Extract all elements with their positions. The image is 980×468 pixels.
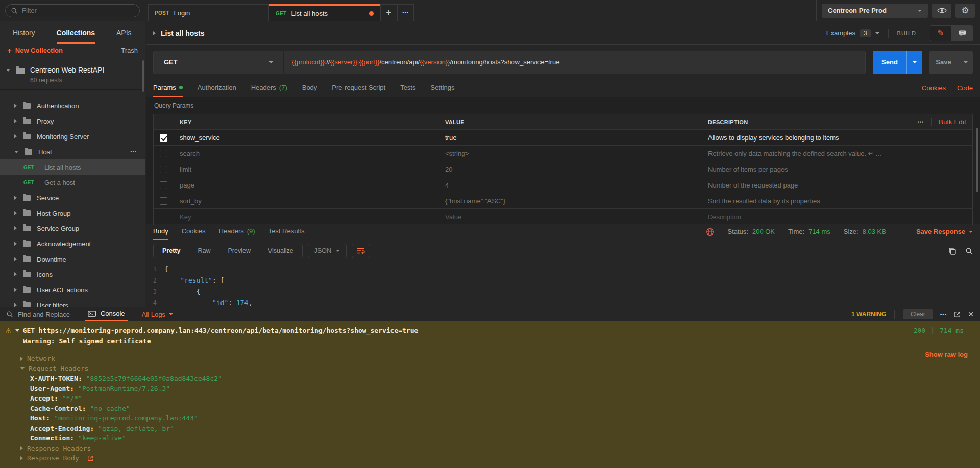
response-tab-body[interactable]: Body	[153, 224, 168, 240]
environment-settings-button[interactable]: ⚙	[955, 4, 975, 18]
param-description-placeholder[interactable]: Description	[702, 209, 972, 225]
save-options-button[interactable]	[958, 51, 973, 74]
sidebar-tab-collections[interactable]: Collections	[57, 21, 95, 44]
tab-body[interactable]: Body	[302, 79, 317, 97]
code-link[interactable]: Code	[957, 84, 973, 92]
folder-acknowledgement[interactable]: Acknowledgement	[0, 236, 145, 251]
response-body-viewer[interactable]: 1 { 2 "result": [ 3 { 4 "id": 174,	[146, 262, 980, 309]
folder-proxy[interactable]: Proxy	[0, 113, 145, 129]
param-description[interactable]: Allows to display services belonging to …	[702, 130, 972, 145]
param-description[interactable]: Number of the requested page	[702, 177, 972, 193]
folder-service[interactable]: Service	[0, 190, 145, 205]
clear-console-button[interactable]: Clear	[903, 309, 933, 319]
param-description[interactable]: Retrieve only data matching the defined …	[702, 146, 972, 161]
tab-options-button[interactable]: •••	[397, 4, 414, 21]
ssl-warning-icon[interactable]	[706, 228, 714, 236]
sidebar-tab-history[interactable]: History	[13, 21, 35, 44]
environment-preview-button[interactable]	[932, 4, 951, 18]
comments-button[interactable]	[951, 25, 973, 41]
param-key-placeholder[interactable]: Key	[174, 209, 439, 225]
response-tab-headers[interactable]: Headers (9)	[219, 224, 255, 240]
folder-host-group[interactable]: Host Group	[0, 205, 145, 221]
log-response-body-section[interactable]: Response Body	[5, 453, 980, 463]
show-raw-log-link[interactable]: Show raw log	[925, 350, 968, 358]
close-console-button[interactable]: ✕	[968, 310, 974, 318]
view-visualize[interactable]: Visualize	[259, 244, 302, 258]
tab-prerequest-script[interactable]: Pre-request Script	[332, 79, 385, 97]
row-checkbox[interactable]	[160, 181, 167, 189]
save-button[interactable]: Save	[929, 51, 958, 74]
log-network-section[interactable]: Network	[5, 354, 980, 364]
log-request-line[interactable]: ⚠ GET https://monitoring-preprod.company…	[5, 325, 980, 336]
search-response-button[interactable]	[965, 247, 973, 255]
view-raw[interactable]: Raw	[189, 244, 219, 258]
new-collection-button[interactable]: + New Collection	[7, 46, 63, 55]
new-tab-button[interactable]: +	[380, 4, 397, 21]
folder-options-icon[interactable]: •••	[131, 149, 145, 154]
chevron-right-icon[interactable]	[153, 31, 156, 35]
param-key[interactable]: limit	[174, 161, 439, 177]
param-value-placeholder[interactable]: Value	[439, 209, 702, 225]
folder-monitoring-server[interactable]: Monitoring Server	[0, 129, 145, 144]
tab-tests[interactable]: Tests	[400, 79, 415, 97]
url-input[interactable]: {{protocol}}://{{server}}:{{port}}/centr…	[284, 58, 559, 66]
open-response-body-icon[interactable]	[87, 455, 93, 461]
param-description[interactable]: Sort the resulted data by its properties	[702, 193, 972, 208]
tab-headers[interactable]: Headers (7)	[251, 79, 287, 97]
cookies-link[interactable]: Cookies	[922, 84, 946, 92]
folder-service-group[interactable]: Service Group	[0, 221, 145, 236]
tab-authorization[interactable]: Authorization	[198, 79, 236, 97]
view-pretty[interactable]: Pretty	[154, 244, 189, 258]
view-preview[interactable]: Preview	[219, 244, 259, 258]
folder-downtime[interactable]: Downtime	[0, 251, 145, 267]
tab-params[interactable]: Params	[153, 79, 183, 97]
folder-user-filters[interactable]: User filters	[0, 297, 145, 307]
params-scrollbar[interactable]	[976, 128, 978, 192]
collection-header[interactable]: Centreon Web RestAPI 60 requests	[0, 60, 145, 90]
tab-login[interactable]: POST Login	[148, 4, 269, 21]
params-options-icon[interactable]: •••	[918, 120, 924, 125]
folder-authentication[interactable]: Authentication	[0, 98, 145, 113]
folder-host[interactable]: Host •••	[0, 144, 145, 159]
request-list-all-hosts[interactable]: GETList all hosts	[0, 159, 145, 175]
send-options-button[interactable]	[906, 51, 922, 74]
log-response-headers-section[interactable]: Response Headers	[5, 443, 980, 454]
send-button[interactable]: Send	[873, 51, 906, 74]
param-value[interactable]: true	[439, 130, 702, 145]
folder-icons[interactable]: Icons	[0, 267, 145, 282]
tab-settings[interactable]: Settings	[430, 79, 454, 97]
param-value[interactable]: 20	[439, 161, 702, 177]
wrap-lines-button[interactable]	[352, 244, 370, 258]
edit-mode-button[interactable]: ✎	[930, 25, 951, 41]
response-tab-cookies[interactable]: Cookies	[182, 224, 206, 240]
tab-list-all-hosts[interactable]: GET List all hosts	[269, 4, 380, 21]
bulk-edit-link[interactable]: Bulk Edit	[939, 118, 966, 126]
param-key[interactable]: search	[174, 146, 439, 161]
row-checkbox[interactable]	[160, 134, 167, 142]
param-value[interactable]: 4	[439, 177, 702, 193]
sidebar-filter[interactable]	[5, 4, 140, 17]
param-key[interactable]: page	[174, 177, 439, 193]
param-value[interactable]: <string>	[439, 146, 702, 161]
open-console-window-button[interactable]	[954, 311, 961, 318]
trash-button[interactable]: Trash	[121, 46, 138, 54]
save-response-button[interactable]: Save Response	[916, 228, 973, 236]
request-get-a-host[interactable]: GETGet a host	[0, 175, 145, 190]
row-checkbox[interactable]	[160, 166, 167, 173]
console-options-button[interactable]: •••	[940, 312, 947, 317]
copy-response-button[interactable]	[948, 247, 956, 255]
folder-user-acl-actions[interactable]: User ACL actions	[0, 282, 145, 297]
row-checkbox[interactable]	[160, 197, 167, 205]
environment-selector[interactable]: Centreon Pre Prod	[822, 4, 928, 18]
param-description[interactable]: Number of items per pages	[702, 161, 972, 177]
sidebar-scrollbar[interactable]	[142, 60, 144, 92]
param-key[interactable]: show_service	[174, 130, 439, 145]
filter-input[interactable]	[22, 7, 134, 14]
method-selector[interactable]: GET	[154, 51, 284, 74]
param-value[interactable]: {"host.name":"ASC"}	[439, 193, 702, 208]
param-key[interactable]: sort_by	[174, 193, 439, 208]
row-checkbox[interactable]	[160, 150, 167, 157]
console-tab[interactable]: Console	[85, 307, 128, 321]
log-filter-dropdown[interactable]: All Logs	[142, 307, 173, 321]
sidebar-tab-apis[interactable]: APIs	[116, 21, 132, 44]
